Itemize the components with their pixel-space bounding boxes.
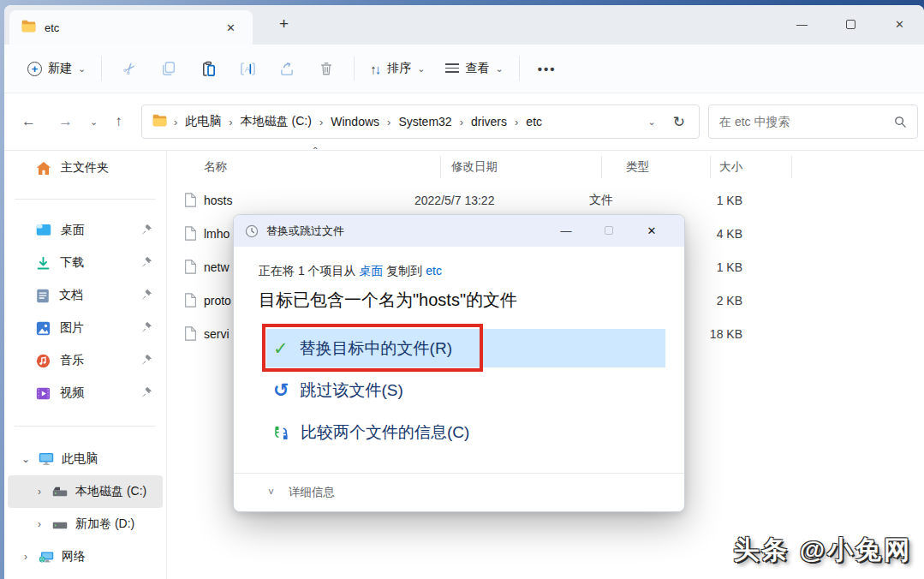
skip-file-option[interactable]: ↺ 跳过该文件(S) bbox=[273, 379, 403, 402]
column-header-label: 类型 bbox=[626, 159, 649, 175]
share-button[interactable] bbox=[267, 52, 307, 85]
sort-ascending-icon: ˆ bbox=[313, 146, 317, 158]
maximize-button[interactable] bbox=[826, 5, 875, 43]
address-bar: ← → ⌄ ↑ › 此电脑 › 本地磁盘 (C:) › Windows › Sy… bbox=[4, 93, 924, 151]
column-header-type[interactable]: 类型 bbox=[602, 156, 711, 178]
breadcrumb-etc[interactable]: etc bbox=[520, 111, 548, 132]
file-icon bbox=[184, 326, 197, 341]
recent-locations-chevron-icon[interactable]: ⌄ bbox=[88, 113, 99, 131]
dialog-minimize-button[interactable]: — bbox=[545, 224, 587, 237]
breadcrumb[interactable]: › 此电脑 › 本地磁盘 (C:) › Windows › System32 ›… bbox=[141, 104, 700, 139]
close-button[interactable]: ✕ bbox=[875, 5, 924, 43]
navigation-pane: 主文件夹 桌面 下载 文档 图片 bbox=[4, 151, 167, 579]
file-size: 1 KB bbox=[674, 260, 755, 274]
search-input[interactable] bbox=[719, 115, 894, 128]
up-icon[interactable]: ↑ bbox=[108, 110, 129, 134]
sidebar-item-network[interactable]: › 网络 bbox=[8, 540, 163, 573]
skip-arrow-icon: ↺ bbox=[273, 381, 289, 400]
pin-icon bbox=[140, 386, 152, 398]
file-name: servi bbox=[204, 327, 230, 341]
sidebar-item-label: 文档 bbox=[59, 288, 83, 303]
refresh-icon[interactable]: ↻ bbox=[673, 113, 685, 131]
pictures-icon bbox=[36, 321, 51, 336]
tab-label: etc bbox=[45, 21, 59, 34]
more-options-button[interactable]: ••• bbox=[528, 52, 567, 85]
music-icon bbox=[36, 354, 51, 368]
search-box[interactable] bbox=[708, 104, 918, 139]
new-button-label: 新建 bbox=[48, 61, 72, 76]
chevron-right-icon[interactable]: › bbox=[33, 518, 45, 530]
source-link[interactable]: 桌面 bbox=[359, 264, 383, 278]
delete-button[interactable] bbox=[307, 52, 346, 85]
sidebar-item-downloads[interactable]: 下载 bbox=[8, 247, 163, 279]
cut-button[interactable]: ✂ bbox=[110, 52, 149, 85]
dialog-headline: 目标已包含一个名为"hosts"的文件 bbox=[259, 289, 517, 312]
column-header-label: 名称 bbox=[204, 159, 227, 175]
view-button-label: 查看 bbox=[465, 61, 489, 76]
dialog-maximize-button[interactable] bbox=[587, 224, 630, 237]
compare-files-option[interactable]: 比较两个文件的信息(C) bbox=[273, 421, 469, 444]
sidebar-item-label: 新加卷 (D:) bbox=[75, 516, 134, 532]
chevron-right-icon[interactable]: › bbox=[33, 486, 45, 498]
sidebar-item-home[interactable]: 主文件夹 bbox=[8, 152, 163, 184]
dialog-copy-message: 正在将 1 个项目从 桌面 复制到 etc bbox=[259, 264, 442, 279]
sidebar-item-local-disk-c[interactable]: › 本地磁盘 (C:) bbox=[8, 475, 163, 508]
pin-icon bbox=[140, 289, 152, 301]
file-icon bbox=[184, 193, 197, 207]
chevron-right-icon: › bbox=[458, 116, 465, 128]
sidebar-item-documents[interactable]: 文档 bbox=[8, 279, 163, 312]
sidebar-item-desktop[interactable]: 桌面 bbox=[8, 214, 163, 247]
details-chevron-icon: ˅ bbox=[268, 486, 274, 498]
sidebar-item-pictures[interactable]: 图片 bbox=[8, 312, 163, 344]
breadcrumb-system32[interactable]: System32 bbox=[392, 111, 457, 132]
sidebar-item-music[interactable]: 音乐 bbox=[8, 344, 163, 377]
cut-icon: ✂ bbox=[118, 57, 141, 80]
view-button[interactable]: 查看 ⌄ bbox=[438, 55, 510, 82]
file-name: netw bbox=[204, 260, 230, 274]
pin-icon bbox=[140, 354, 152, 366]
plus-circle-icon: + bbox=[27, 62, 42, 76]
chevron-down-icon: ⌄ bbox=[495, 63, 503, 75]
sidebar-item-label: 视频 bbox=[60, 385, 84, 401]
copy-button[interactable] bbox=[149, 52, 188, 85]
chevron-right-icon[interactable]: › bbox=[20, 551, 32, 563]
copy-progress-clock-icon bbox=[245, 224, 259, 238]
back-icon[interactable]: ← bbox=[15, 110, 43, 134]
chevron-down-icon[interactable]: ⌄ bbox=[20, 453, 32, 465]
forward-icon[interactable]: → bbox=[51, 110, 80, 134]
file-row-hosts[interactable]: hosts 2022/5/7 13:22 文件 1 KB bbox=[167, 183, 924, 217]
copy-icon bbox=[161, 61, 176, 76]
search-icon bbox=[894, 116, 907, 128]
sidebar-item-new-volume-d[interactable]: › 新加卷 (D:) bbox=[8, 508, 163, 540]
file-name: lmho bbox=[204, 227, 230, 241]
paste-button[interactable] bbox=[188, 52, 228, 85]
dialog-title-bar: 替换或跳过文件 — ✕ bbox=[234, 215, 684, 247]
replace-skip-dialog: 替换或跳过文件 — ✕ 正在将 1 个项目从 桌面 复制到 etc 目标已包含一… bbox=[233, 214, 685, 512]
sidebar-item-videos[interactable]: 视频 bbox=[8, 377, 163, 409]
column-header-date[interactable]: 修改日期 bbox=[441, 156, 602, 178]
breadcrumb-windows[interactable]: Windows bbox=[325, 111, 385, 132]
breadcrumb-c-drive[interactable]: 本地磁盘 (C:) bbox=[235, 110, 318, 133]
address-dropdown-chevron-icon[interactable]: ⌄ bbox=[648, 116, 656, 128]
minimize-button[interactable]: — bbox=[778, 5, 826, 43]
window-controls: — ✕ bbox=[778, 5, 924, 43]
dialog-close-button[interactable]: ✕ bbox=[630, 224, 673, 237]
command-toolbar: + 新建 ⌄ ✂ A ↑↓ 排序 ⌄ 查看 ⌄ bbox=[4, 45, 924, 93]
toolbar-divider bbox=[354, 57, 355, 81]
destination-link[interactable]: etc bbox=[426, 264, 442, 278]
rename-button[interactable]: A bbox=[228, 52, 267, 85]
breadcrumb-drivers[interactable]: drivers bbox=[465, 111, 513, 132]
dialog-maximize-icon bbox=[605, 226, 613, 235]
tab-close-icon[interactable]: ✕ bbox=[221, 20, 241, 36]
sidebar-item-this-pc[interactable]: ⌄ 此电脑 bbox=[8, 443, 163, 475]
new-tab-button[interactable]: + bbox=[271, 14, 296, 34]
tab-etc[interactable]: etc ✕ bbox=[9, 10, 253, 45]
breadcrumb-this-pc[interactable]: 此电脑 bbox=[179, 110, 227, 133]
new-button[interactable]: + 新建 ⌄ bbox=[20, 55, 93, 82]
details-label: 详细信息 bbox=[289, 485, 335, 500]
column-header-size[interactable]: 大小 bbox=[711, 156, 792, 178]
sort-button[interactable]: ↑↓ 排序 ⌄ bbox=[362, 55, 432, 82]
column-header-name[interactable]: 名称 ˆ bbox=[204, 156, 441, 178]
details-toggle[interactable]: ˅ 详细信息 bbox=[268, 485, 335, 500]
desktop-icon bbox=[36, 224, 51, 237]
